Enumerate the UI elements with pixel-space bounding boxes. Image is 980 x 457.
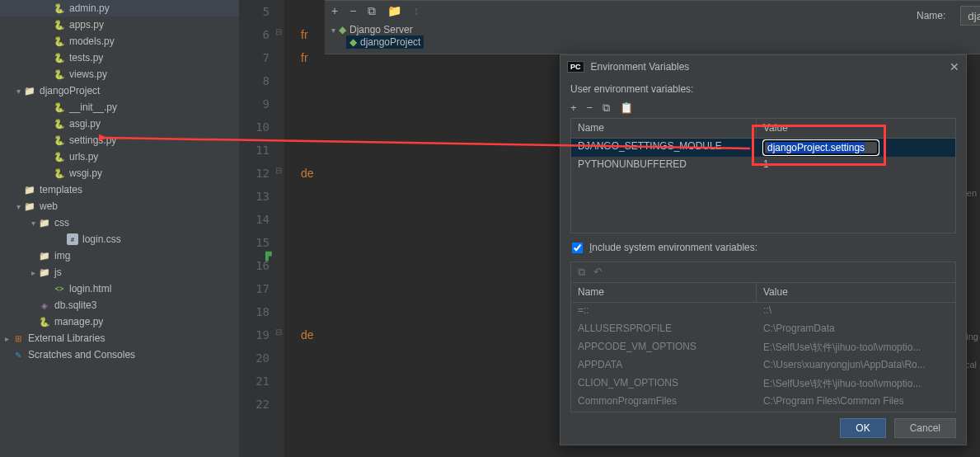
sort-icon[interactable]: ↕ — [413, 4, 419, 18]
system-vars-table: ⧉ ↶ Name Value =::::\ALLUSERSPROFILEC:\P… — [570, 261, 956, 412]
cancel-button[interactable]: Cancel — [894, 418, 956, 438]
html-icon — [53, 282, 66, 295]
env-var-row[interactable]: DJANGO_SETTINGS_MODULEdjangoProject.sett… — [571, 139, 955, 157]
file-label: css — [54, 217, 69, 228]
col-header-value[interactable]: Value — [757, 119, 955, 138]
config-item[interactable]: ◆djangoProject — [346, 35, 424, 49]
config-toolbar: + − ⧉ 📁 ↕ — [331, 4, 419, 18]
django-icon: ◆ — [349, 36, 357, 48]
sys-var-name: APPCODE_VM_OPTIONS — [571, 339, 757, 357]
file-label: admin.py — [69, 2, 110, 14]
sys-var-row: =::::\ — [571, 303, 955, 321]
folder-icon — [23, 84, 36, 97]
folder-icon[interactable]: 📁 — [387, 4, 401, 18]
pycharm-icon: PC — [567, 61, 584, 73]
line-number: 17 — [239, 277, 284, 300]
tree-item-views-py[interactable]: views.py — [0, 66, 239, 82]
tree-item-asgi-py[interactable]: asgi.py — [0, 115, 239, 132]
py-icon — [38, 315, 51, 328]
tree-item-web[interactable]: ▾web — [0, 198, 239, 214]
tree-item-apps-py[interactable]: apps.py — [0, 16, 239, 33]
close-icon[interactable]: ✕ — [950, 60, 959, 73]
col-header-name[interactable]: Name — [571, 119, 757, 138]
config-name-input[interactable] — [960, 6, 980, 26]
add-icon[interactable]: + — [331, 4, 338, 18]
chevron-icon[interactable]: ▸ — [28, 268, 38, 277]
tree-item-settings-py[interactable]: settings.py — [0, 132, 239, 148]
tree-item-tests-py[interactable]: tests.py — [0, 49, 239, 66]
folder-icon — [23, 183, 36, 196]
django-icon: ◆ — [339, 24, 346, 35]
line-number: 13 — [239, 185, 284, 208]
file-label: db.sqlite3 — [54, 299, 96, 311]
line-number: 10 — [239, 115, 284, 139]
chevron-icon[interactable]: ▾ — [13, 87, 23, 96]
tree-item-css[interactable]: ▾css — [0, 214, 239, 231]
project-sidebar: admin.pyapps.pymodels.pytests.pyviews.py… — [0, 0, 239, 457]
include-system-checkbox[interactable] — [572, 243, 583, 253]
env-var-row[interactable]: PYTHONUNBUFFERED1 — [571, 157, 955, 175]
tree-item-External-Libraries[interactable]: ▸External Libraries — [0, 330, 239, 346]
sys-var-row: APPDATAC:\Users\xuanyongjun\AppData\Ro..… — [571, 357, 955, 375]
var-value-input[interactable] — [763, 140, 879, 155]
tree-item-__init__-py[interactable]: __init__.py — [0, 99, 239, 115]
file-label: manage.py — [54, 316, 103, 327]
remove-icon[interactable]: − — [349, 4, 356, 18]
line-number: 21 — [239, 370, 284, 393]
tree-item-wsgi-py[interactable]: wsgi.py — [0, 165, 239, 181]
tree-item-login-html[interactable]: login.html — [0, 280, 239, 297]
chevron-icon[interactable]: ▸ — [2, 334, 12, 343]
line-number: 22 — [239, 393, 284, 416]
config-group[interactable]: ▾◆Django Server — [331, 24, 424, 35]
remove-icon[interactable]: − — [587, 101, 593, 115]
line-gutter: 5678910111213141516171819202122 — [239, 0, 284, 457]
file-label: templates — [40, 184, 82, 196]
col-header-name[interactable]: Name — [571, 283, 757, 302]
include-system-label: Include system environment variables: — [589, 242, 757, 253]
tree-item-djangoProject[interactable]: ▾djangoProject — [0, 82, 239, 99]
user-vars-label: User environment variables: — [560, 78, 966, 100]
tree-item-img[interactable]: img — [0, 247, 239, 264]
user-vars-table: Name Value DJANGO_SETTINGS_MODULEdjangoP… — [570, 118, 956, 233]
tree-item-models-py[interactable]: models.py — [0, 33, 239, 49]
ok-button[interactable]: OK — [840, 418, 885, 438]
line-number: 15 — [239, 231, 284, 254]
file-label: Scratches and Consoles — [28, 349, 135, 360]
tree-item-manage-py[interactable]: manage.py — [0, 313, 239, 330]
tree-item-js[interactable]: ▸js — [0, 264, 239, 280]
file-label: js — [54, 266, 62, 278]
fold-icon[interactable]: ⊟ — [275, 27, 282, 36]
sys-var-value: E:\SelfUse\软件\jihuo-tool\vmoptio... — [757, 375, 955, 393]
py-icon — [53, 150, 66, 163]
add-icon[interactable]: + — [570, 101, 577, 115]
tree-item-db-sqlite3[interactable]: db.sqlite3 — [0, 297, 239, 313]
line-number: 11 — [239, 139, 284, 162]
file-label: views.py — [69, 68, 107, 80]
sys-var-row: ALLUSERSPROFILEC:\ProgramData — [571, 321, 955, 339]
copy-icon[interactable]: ⧉ — [368, 4, 376, 18]
line-number: 20 — [239, 346, 284, 370]
tree-item-templates[interactable]: templates — [0, 181, 239, 198]
fold-icon[interactable]: ⊟ — [275, 327, 282, 337]
file-label: tests.py — [69, 52, 103, 64]
tree-item-login-css[interactable]: login.css — [0, 231, 239, 247]
run-config-panel: + − ⧉ 📁 ↕ ▾◆Django Server ◆djangoProject… — [325, 0, 980, 54]
folder-icon — [38, 249, 51, 262]
var-name: DJANGO_SETTINGS_MODULE — [571, 139, 757, 157]
env-vars-dialog: PC Environment Variables ✕ User environm… — [560, 54, 967, 445]
sys-var-row: CLION_VM_OPTIONSE:\SelfUse\软件\jihuo-tool… — [571, 375, 955, 393]
chevron-icon[interactable]: ▾ — [13, 202, 23, 211]
tree-item-admin-py[interactable]: admin.py — [0, 0, 239, 16]
copy-icon[interactable]: ⧉ — [603, 101, 610, 115]
sys-var-name: CLION_VM_OPTIONS — [571, 375, 757, 393]
col-header-value[interactable]: Value — [757, 283, 955, 302]
py-icon — [53, 18, 66, 31]
folder-icon — [38, 216, 51, 229]
paste-icon[interactable]: 📋 — [620, 101, 633, 115]
sys-var-name: APPDATA — [571, 357, 757, 375]
chevron-icon[interactable]: ▾ — [28, 219, 38, 228]
tree-item-urls-py[interactable]: urls.py — [0, 148, 239, 165]
tree-item-Scratches-and-Consoles[interactable]: Scratches and Consoles — [0, 346, 239, 363]
line-number: 14 — [239, 208, 284, 231]
fold-icon[interactable]: ⊟ — [275, 166, 282, 175]
